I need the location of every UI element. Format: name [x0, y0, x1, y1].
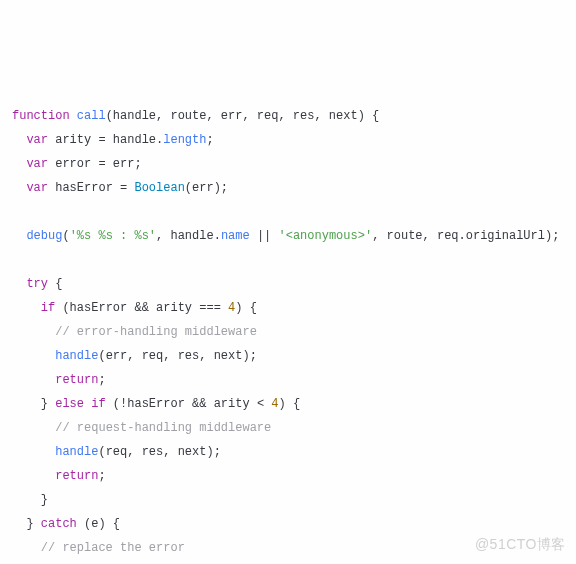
- rhs: err;: [113, 157, 142, 171]
- operator: =: [91, 133, 113, 147]
- function-call: handle: [55, 349, 98, 363]
- keyword: else if: [55, 397, 105, 411]
- rest: (err);: [185, 181, 228, 195]
- comment: // request-handling middleware: [55, 421, 271, 435]
- keyword: return: [55, 373, 98, 387]
- paren: (: [62, 229, 69, 243]
- brace: {: [48, 277, 62, 291]
- identifier: hasError: [55, 181, 113, 195]
- semicolon: ;: [206, 133, 213, 147]
- comma: ,: [156, 229, 170, 243]
- keyword: var: [26, 181, 48, 195]
- brace: ) {: [235, 301, 257, 315]
- property: length: [163, 133, 206, 147]
- keyword: return: [55, 469, 98, 483]
- object: handle: [170, 229, 213, 243]
- semicolon: ;: [98, 469, 105, 483]
- code-block: function call(handle, route, err, req, r…: [12, 104, 564, 564]
- brace: }: [41, 397, 55, 411]
- comment: // replace the error: [41, 541, 185, 555]
- operator: =: [91, 157, 113, 171]
- object: handle: [113, 133, 156, 147]
- function-call: debug: [26, 229, 62, 243]
- function-call: handle: [55, 445, 98, 459]
- cond: (hasError: [55, 301, 134, 315]
- cond: arity: [149, 301, 199, 315]
- args: (err, req, res, next);: [98, 349, 256, 363]
- identifier: error: [55, 157, 91, 171]
- brace: }: [41, 493, 48, 507]
- string: '<anonymous>': [279, 229, 373, 243]
- string: '%s %s : %s': [70, 229, 156, 243]
- args: (req, res, next);: [98, 445, 220, 459]
- operator: =: [113, 181, 135, 195]
- semicolon: ;: [98, 373, 105, 387]
- operator: &&: [192, 397, 206, 411]
- comment: // error-handling middleware: [55, 325, 257, 339]
- cond: (!hasError: [106, 397, 192, 411]
- rest: , route, req.originalUrl);: [372, 229, 559, 243]
- keyword: catch: [41, 517, 77, 531]
- keyword: var: [26, 157, 48, 171]
- dot: .: [214, 229, 221, 243]
- function-name: call: [77, 109, 106, 123]
- brace: }: [26, 517, 40, 531]
- builtin: Boolean: [134, 181, 184, 195]
- space: [221, 301, 228, 315]
- rest: (e) {: [77, 517, 120, 531]
- watermark: @51CTO博客: [475, 532, 566, 556]
- property: name: [221, 229, 250, 243]
- cond: arity <: [206, 397, 271, 411]
- params: (handle, route, err, req, res, next) {: [106, 109, 380, 123]
- keyword: if: [41, 301, 55, 315]
- brace: ) {: [278, 397, 300, 411]
- keyword: try: [26, 277, 48, 291]
- keyword: var: [26, 133, 48, 147]
- keyword: function: [12, 109, 70, 123]
- operator: ||: [250, 229, 279, 243]
- identifier: arity: [55, 133, 91, 147]
- operator: &&: [134, 301, 148, 315]
- operator: ===: [199, 301, 221, 315]
